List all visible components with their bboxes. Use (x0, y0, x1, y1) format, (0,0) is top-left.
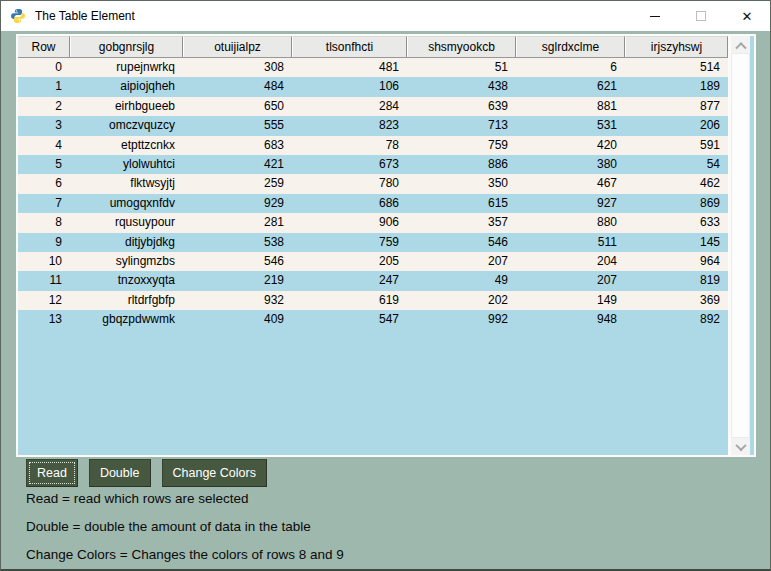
table-cell: 54 (625, 155, 728, 174)
table-row[interactable]: 13gbqzpdwwmk409547992948892 (18, 310, 728, 329)
table-cell: 591 (625, 136, 728, 155)
table-cell: 547 (292, 310, 407, 329)
table-cell: 948 (516, 310, 625, 329)
vertical-scrollbar[interactable] (731, 36, 750, 455)
column-header[interactable]: tlsonfhcti (292, 36, 407, 57)
table-cell: 546 (183, 252, 292, 271)
row-number-cell: 4 (18, 136, 70, 155)
table-cell: ylolwuhtci (70, 155, 183, 174)
table-cell: 823 (292, 116, 407, 135)
table-row[interactable]: 1aipiojqheh484106438621189 (18, 77, 728, 96)
table-cell: 207 (407, 252, 516, 271)
table-cell: 686 (292, 194, 407, 213)
titlebar[interactable]: The Table Element ✕ (1, 1, 770, 31)
table-row[interactable]: 3omczvquzcy555823713531206 (18, 116, 728, 135)
scroll-down-icon (735, 439, 746, 450)
scroll-up-icon (735, 42, 746, 53)
table-cell: 619 (292, 291, 407, 310)
table-row[interactable]: 7umogqxnfdv929686615927869 (18, 194, 728, 213)
row-number-cell: 5 (18, 155, 70, 174)
table-row[interactable]: 12rltdrfgbfp932619202149369 (18, 291, 728, 310)
table-cell: 462 (625, 174, 728, 193)
table-cell: 357 (407, 213, 516, 232)
table-cell: 932 (183, 291, 292, 310)
table-cell: 759 (407, 136, 516, 155)
change-colors-button[interactable]: Change Colors (162, 459, 267, 487)
table-cell: 204 (516, 252, 625, 271)
column-header[interactable]: Row (18, 36, 70, 57)
table-cell: 892 (625, 310, 728, 329)
maximize-icon (696, 11, 706, 21)
table-rows: 0rupejnwrkq3084815165141aipiojqheh484106… (18, 58, 728, 455)
column-header[interactable]: irjszyhswj (625, 36, 728, 57)
table-row[interactable]: 4etpttzcnkx68378759420591 (18, 136, 728, 155)
table-cell: 308 (183, 58, 292, 77)
table-row[interactable]: 5ylolwuhtci42167388638054 (18, 155, 728, 174)
table-row[interactable]: 6flktwsyjtj259780350467462 (18, 174, 728, 193)
row-number-cell: 13 (18, 310, 70, 329)
table-row[interactable]: 10sylingmzbs546205207204964 (18, 252, 728, 271)
table-cell: 555 (183, 116, 292, 135)
table-row[interactable]: 2eirhbgueeb650284639881877 (18, 97, 728, 116)
table-cell: gbqzpdwwmk (70, 310, 183, 329)
table-cell: 673 (292, 155, 407, 174)
table-cell: 683 (183, 136, 292, 155)
table-cell: 284 (292, 97, 407, 116)
scroll-up-button[interactable] (731, 36, 750, 53)
table-cell: sylingmzbs (70, 252, 183, 271)
table-cell: umogqxnfdv (70, 194, 183, 213)
table-cell: 880 (516, 213, 625, 232)
table-cell: etpttzcnkx (70, 136, 183, 155)
column-header[interactable]: shsmyookcb (407, 36, 516, 57)
table-row[interactable]: 8rqusuypour281906357880633 (18, 213, 728, 232)
table-cell: 420 (516, 136, 625, 155)
table-cell: 421 (183, 155, 292, 174)
table-cell: 281 (183, 213, 292, 232)
table-cell: 546 (407, 233, 516, 252)
window-title: The Table Element (35, 9, 135, 23)
column-header[interactable]: sglrdxclme (516, 36, 625, 57)
table-cell: 202 (407, 291, 516, 310)
column-header[interactable]: gobgnrsjlg (70, 36, 183, 57)
table-cell: 881 (516, 97, 625, 116)
table-cell: rltdrfgbfp (70, 291, 183, 310)
table-row[interactable]: 0rupejnwrkq308481516514 (18, 58, 728, 77)
column-header[interactable]: otuijialpz (183, 36, 292, 57)
maximize-button[interactable] (678, 1, 724, 31)
table-row[interactable]: 9ditjybjdkg538759546511145 (18, 233, 728, 252)
table-cell: 206 (625, 116, 728, 135)
table-cell: 145 (625, 233, 728, 252)
row-number-cell: 1 (18, 77, 70, 96)
table-cell: flktwsyjtj (70, 174, 183, 193)
table-cell: ditjybjdkg (70, 233, 183, 252)
scrollbar-thumb[interactable] (731, 53, 750, 438)
table-cell: 633 (625, 213, 728, 232)
close-icon: ✕ (742, 10, 753, 23)
scroll-down-button[interactable] (731, 438, 750, 455)
read-button[interactable]: Read (26, 459, 78, 487)
table-cell: rqusuypour (70, 213, 183, 232)
table-cell: 205 (292, 252, 407, 271)
table-cell: 106 (292, 77, 407, 96)
table-cell: 639 (407, 97, 516, 116)
table-cell: 484 (183, 77, 292, 96)
table-cell: 6 (516, 58, 625, 77)
table-cell: 219 (183, 271, 292, 290)
row-number-cell: 0 (18, 58, 70, 77)
table-cell: tnzoxxyqta (70, 271, 183, 290)
row-number-cell: 10 (18, 252, 70, 271)
minimize-button[interactable] (632, 1, 678, 31)
row-number-cell: 6 (18, 174, 70, 193)
table-cell: 514 (625, 58, 728, 77)
table-row[interactable]: 11tnzoxxyqta21924749207819 (18, 271, 728, 290)
double-button[interactable]: Double (89, 459, 151, 487)
table-cell: 713 (407, 116, 516, 135)
row-number-cell: 7 (18, 194, 70, 213)
table-cell: 869 (625, 194, 728, 213)
table-cell: 369 (625, 291, 728, 310)
table-cell: 409 (183, 310, 292, 329)
app-window: The Table Element ✕ Rowgobgnrsjlgotuijia… (0, 0, 771, 571)
table-cell: 531 (516, 116, 625, 135)
close-button[interactable]: ✕ (724, 1, 770, 31)
table-cell: omczvquzcy (70, 116, 183, 135)
